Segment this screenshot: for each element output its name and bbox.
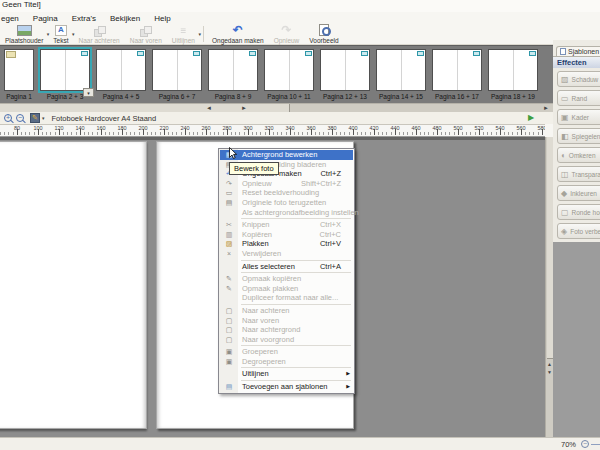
menu-item-label: Reset beeldverhouding (242, 188, 319, 197)
toolbar-ongedaan-maken[interactable]: Ongedaan maken (207, 24, 269, 44)
scroll-up-arrow-icon[interactable]: ▲ (547, 361, 552, 367)
toolbar-button-label: Uitlijnen (172, 37, 195, 44)
ruler-number: 300 (243, 125, 252, 131)
dropdown-arrow-icon[interactable]: ▾ (198, 31, 201, 37)
context-menu-item-naar-achteren[interactable]: ▢Naar achteren (220, 306, 353, 316)
page-thumbnail-pagina-8-9[interactable]: Pagina 8 + 9 (208, 49, 258, 100)
toolbar-voorbeeld[interactable]: Voorbeeld (304, 24, 343, 44)
menu-bekijken[interactable]: Bekijken (103, 14, 147, 23)
effects-panel: Sjablonen Effecten SchaduwRandKaderSpieg… (553, 40, 600, 437)
menu-egen[interactable]: egen (0, 14, 26, 23)
context-menu-item-naar-voren[interactable]: ▢Naar voren (220, 316, 353, 326)
canvas-vertical-scrollbar[interactable]: ▲ ▼ (545, 137, 553, 437)
ruler-number: 140 (75, 125, 84, 131)
toolbar-uitlijnen[interactable]: Uitlijnen▾ (167, 24, 200, 44)
page-thumbnail-label: Pagina 8 + 9 (215, 93, 252, 100)
context-menu-item-degroeperen[interactable]: ▣Degroeperen (220, 357, 353, 367)
effect-foto-verbeteren[interactable]: Foto verbeteren (557, 223, 600, 239)
ruler-number: 540 (495, 125, 504, 131)
menu-item-label: Opnieuw (242, 179, 272, 188)
page-thumbnail-label: Pagina 10 + 11 (267, 93, 310, 100)
menu-pagina[interactable]: Pagina (26, 14, 65, 23)
zoom-in-icon[interactable] (4, 114, 12, 122)
effect-button-label: Transparantie (572, 171, 600, 178)
context-menu-item-als-achtergrondafbeelding-instellen[interactable]: Als achtergrondafbeelding instellen (220, 208, 353, 218)
toolbar-button-label: Plaatshouder (5, 37, 43, 44)
context-menu-item-opmaak-plakken[interactable]: ✎Opmaak plakken (220, 284, 353, 294)
context-menu-item-originele-foto-terugzetten[interactable]: ▤Originele foto terugzetten (220, 198, 353, 208)
thumbnail-pages (488, 49, 538, 91)
left-page[interactable] (0, 141, 147, 429)
effect-transparantie[interactable]: Transparantie (557, 166, 600, 182)
page-thumbnail-pagina-6-7[interactable]: Pagina 6 + 7 (152, 49, 202, 100)
effect-button-label: Foto verbeteren (570, 228, 600, 235)
dropdown-arrow-icon[interactable]: ▾ (42, 115, 45, 121)
effect-omkeren[interactable]: Omkeren (557, 147, 600, 163)
toolbar-tekst[interactable]: Tekst▾ (48, 24, 73, 44)
context-menu-item-dupliceer-formaat-naar-alle[interactable]: Dupliceer formaat naar alle... (220, 293, 353, 303)
toolbar-naar-achteren[interactable]: Naar achteren (73, 24, 124, 44)
thumbnail-pages (376, 49, 426, 91)
menu-separator (241, 380, 351, 381)
menu-item-icon: ▢ (222, 325, 236, 335)
context-menu-item-kopi-ren[interactable]: ▥KopiërenCtrl+C (220, 230, 353, 240)
thumbnail-dropdown-button[interactable]: ▾ (83, 88, 94, 97)
page-thumbnail-pagina-1[interactable]: Pagina 1 (4, 49, 34, 100)
context-menu-item-uitlijnen[interactable]: Uitlijnen▶ (220, 369, 353, 379)
context-menu-item-alles-selecteren[interactable]: Alles selecterenCtrl+A (220, 262, 353, 272)
page-thumbnail-pagina-12-13[interactable]: Pagina 12 + 13 (320, 49, 370, 100)
menu-bar: egenPaginaExtra'sBekijkenHelp (0, 12, 600, 24)
effect-button-label: Schaduw (572, 76, 599, 83)
context-menu-item-naar-achtergrond[interactable]: ▢Naar achtergrond (220, 325, 353, 335)
toolbar-naar-voren[interactable]: Naar voren (125, 24, 167, 44)
context-menu-item-opmaak-kopi-ren[interactable]: ✎Opmaak kopiëren (220, 274, 353, 284)
zoom-slider[interactable] (591, 444, 600, 445)
effect-ronde-hoeken[interactable]: Ronde hoeken (557, 204, 600, 220)
page-thumbnail-pagina-2-3[interactable]: Pagina 2 + 3▾ (40, 49, 90, 100)
thumbnail-pages (264, 49, 314, 91)
page-thumbnail-label: Pagina 1 (6, 93, 32, 100)
menu-extra-s[interactable]: Extra's (65, 14, 103, 23)
effect-rand[interactable]: Rand (557, 90, 600, 106)
effect-kader[interactable]: Kader (557, 109, 600, 125)
context-menu-item-opnieuw[interactable]: ↷OpnieuwShift+Ctrl+Z (220, 179, 353, 189)
effect-spiegelen[interactable]: Spiegelen (557, 128, 600, 144)
page-thumbnail-pagina-16-17[interactable]: Pagina 16 + 17 (432, 49, 482, 100)
menu-item-label: Opmaak plakken (242, 284, 298, 293)
page-thumbnail-pagina-14-15[interactable]: Pagina 14 + 15 (376, 49, 426, 100)
context-menu-item-verwijderen[interactable]: ×Verwijderen (220, 249, 353, 259)
background-tool-icon[interactable] (30, 113, 40, 123)
zoom-slider-minus-icon[interactable]: − (581, 440, 589, 448)
layout-indicator-icon (137, 51, 144, 56)
menu-help[interactable]: Help (147, 14, 177, 23)
menu-item-shortcut: Ctrl+X (320, 220, 341, 230)
effect-inkleuren[interactable]: Inkleuren (557, 185, 600, 201)
ruler-number: 120 (54, 125, 63, 131)
context-menu-item-naar-voorgrond[interactable]: ▢Naar voorgrond (220, 335, 353, 345)
menu-item-label: Originele foto terugzetten (242, 198, 326, 207)
context-menu-item-toevoegen-aan-sjablonen[interactable]: ▤Toevoegen aan sjablonen▶ (220, 382, 353, 392)
template-icon (560, 48, 566, 55)
context-menu-item-reset-beeldverhouding[interactable]: ▭Reset beeldverhouding (220, 188, 353, 198)
panel-empty-area (553, 242, 600, 437)
context-menu-item-plakken[interactable]: ▨PlakkenCtrl+V (220, 239, 353, 249)
page-thumbnail-pagina-18-19[interactable]: Pagina 18 + 19 (488, 49, 538, 100)
ruler-number: 500 (453, 125, 462, 131)
context-menu-item-groeperen[interactable]: ▣Groeperen (220, 347, 353, 357)
toolbar-opnieuw[interactable]: Opnieuw (269, 24, 305, 44)
context-menu-item-knippen[interactable]: ✂KnippenCtrl+X (220, 220, 353, 230)
thumbnail-scrollbar[interactable]: ◄ ► ► (0, 103, 553, 112)
zoom-out-icon[interactable] (16, 114, 24, 122)
toolbar-plaatshouder[interactable]: Plaatshouder▾ (0, 24, 48, 44)
context-menu-item-achtergrond-bewerken[interactable]: ▦Achtergrond bewerken (220, 150, 353, 160)
ruler-number: 420 (369, 125, 378, 131)
tab-label: Sjablonen (568, 48, 599, 55)
scroll-down-arrow-icon[interactable]: ▼ (547, 369, 552, 375)
menu-item-icon: ↷ (222, 179, 236, 189)
page-thumbnail-pagina-10-11[interactable]: Pagina 10 + 11 (264, 49, 314, 100)
menu-item-label: Naar achtergrond (242, 325, 300, 334)
next-spread-arrow-icon[interactable]: ▶ (528, 113, 534, 123)
effect-schaduw[interactable]: Schaduw (557, 71, 600, 87)
tab-sjablonen[interactable]: Sjablonen (556, 46, 600, 56)
page-thumbnail-pagina-4-5[interactable]: Pagina 4 + 5 (96, 49, 146, 100)
